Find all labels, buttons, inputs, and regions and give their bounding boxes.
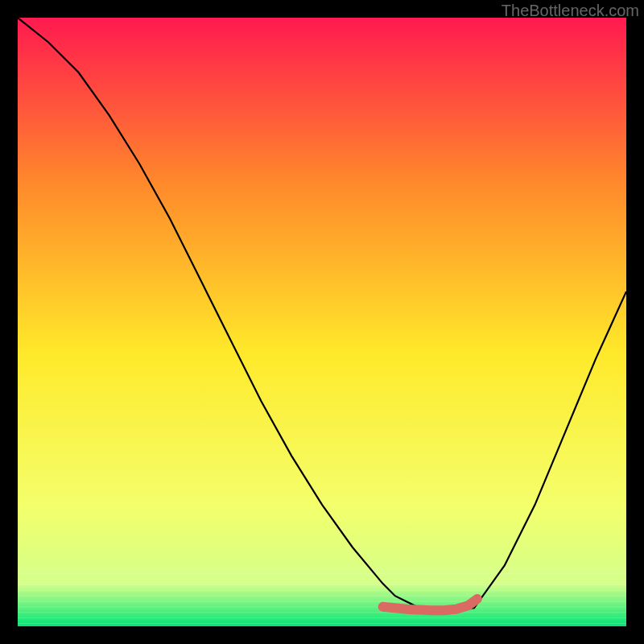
watermark-text: TheBottleneck.com <box>502 2 639 20</box>
highlight-dot <box>378 602 387 611</box>
chart-svg <box>18 18 626 626</box>
bottleneck-chart <box>18 18 626 626</box>
gradient-background <box>18 18 626 626</box>
